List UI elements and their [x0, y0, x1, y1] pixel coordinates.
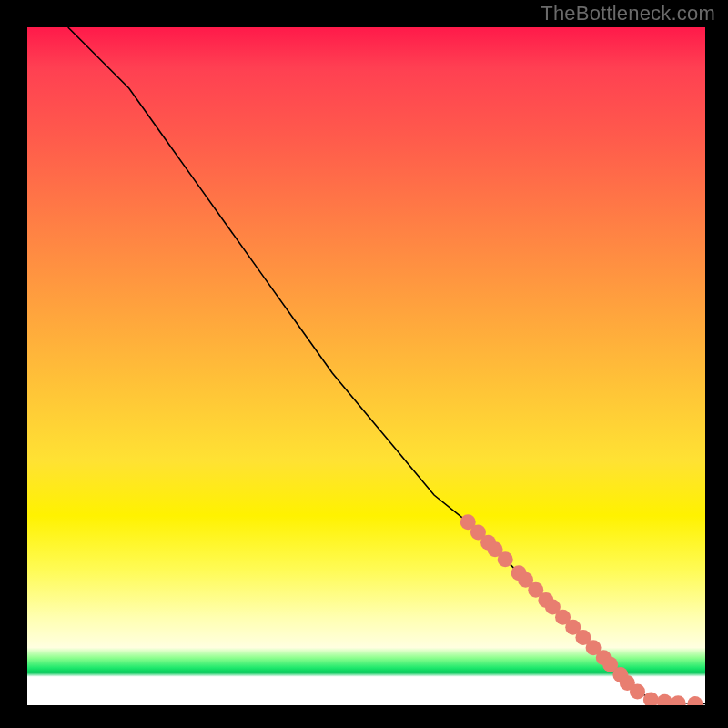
watermark-text: TheBottleneck.com [541, 2, 715, 25]
curve-svg [27, 27, 705, 705]
data-marker [657, 694, 672, 705]
data-marker [498, 551, 513, 567]
data-marker [643, 693, 659, 705]
data-marker [687, 696, 703, 705]
data-marker [671, 695, 686, 705]
data-marker [630, 684, 645, 700]
plot-area [27, 27, 705, 705]
marker-group [460, 514, 703, 705]
chart-stage: TheBottleneck.com [0, 0, 728, 728]
bottleneck-curve [68, 27, 705, 704]
